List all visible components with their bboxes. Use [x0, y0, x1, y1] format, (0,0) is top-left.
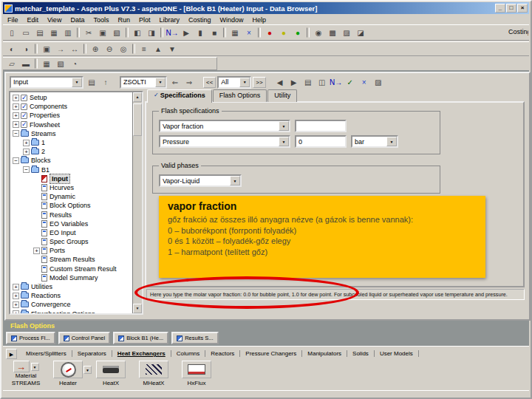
units-set-combo[interactable]: ZSOLTI — [120, 76, 167, 89]
menu-item[interactable]: Costing — [184, 16, 216, 24]
tree-expander-icon[interactable] — [33, 220, 40, 227]
tree-item[interactable]: + Flowsheet — [10, 120, 132, 129]
menu-item[interactable]: Data — [66, 16, 89, 24]
vapor-fraction-input[interactable] — [295, 120, 347, 132]
tree-expander-icon[interactable] — [33, 184, 40, 191]
menu-item[interactable]: Plot — [134, 16, 155, 24]
tree-expander-icon[interactable] — [33, 274, 40, 281]
tree-item[interactable]: + 1 — [10, 138, 132, 147]
align-icon[interactable]: ≡ — [137, 43, 151, 55]
paste-icon[interactable]: ▧ — [110, 27, 123, 38]
tree-item[interactable]: Hcurves — [10, 183, 132, 192]
palette-tab-user-models[interactable]: User Models — [375, 350, 419, 357]
tree-item[interactable]: EO Variables — [10, 219, 132, 228]
next-form-icon[interactable]: ▶ — [287, 76, 301, 88]
close-button[interactable]: × — [517, 4, 528, 13]
menu-item[interactable]: Window — [215, 16, 248, 24]
check-status-icon[interactable]: ✓ — [344, 76, 357, 88]
tab-specifications[interactable]: Specifications — [147, 89, 212, 103]
menu-item[interactable]: Tools — [89, 16, 113, 24]
text-tool-icon[interactable]: ▬ — [19, 58, 33, 69]
sheet-icon[interactable]: ▤ — [85, 76, 98, 88]
section-icon[interactable]: ◨ — [145, 27, 158, 38]
section-display-icon[interactable]: ▧ — [54, 58, 67, 69]
tree-expander-icon[interactable]: + — [13, 103, 19, 110]
tree-scrollbar[interactable] — [132, 92, 142, 313]
menu-item[interactable]: Edit — [23, 16, 44, 24]
tree-item[interactable]: + Flowsheeting Options — [10, 310, 132, 314]
tree-item[interactable]: − B1 — [10, 166, 132, 174]
tree-expander-icon[interactable]: + — [33, 248, 40, 254]
scrollbar-thumb[interactable] — [133, 103, 142, 136]
tree-item[interactable]: Block Options — [10, 201, 132, 210]
refresh-icon[interactable]: ◔ — [68, 58, 81, 69]
tree-item[interactable]: − Blocks — [10, 156, 132, 165]
history-icon[interactable]: ◉ — [312, 27, 325, 38]
status-yellow-icon[interactable]: ● — [277, 27, 290, 38]
data-browser-icon[interactable]: ▩ — [326, 27, 339, 38]
view-parent-icon[interactable]: ▲ — [151, 43, 165, 55]
step-icon[interactable]: ▮ — [194, 27, 207, 38]
costing-icon[interactable]: ◪ — [354, 27, 367, 38]
tree-item[interactable]: + Reactions — [10, 291, 132, 300]
tree-item[interactable]: + Properties — [10, 111, 132, 120]
tree-item[interactable]: Input — [10, 174, 132, 183]
new-icon[interactable]: ▯ — [5, 27, 18, 38]
tree-item[interactable]: Stream Results — [10, 255, 132, 264]
prev-units-icon[interactable]: ⇐ — [168, 76, 182, 88]
zoom-in-icon[interactable]: ⊕ — [89, 43, 102, 55]
tree-expander-icon[interactable]: + — [23, 140, 30, 146]
next-sheets-button[interactable]: >> — [253, 77, 265, 88]
tree-expander-icon[interactable]: − — [13, 130, 19, 137]
tree-item[interactable]: + Utilities — [10, 282, 132, 291]
control-panel-icon[interactable]: ▨ — [340, 27, 353, 38]
tree-item[interactable]: Custom Stream Result — [10, 265, 132, 273]
palette-tab-columns[interactable]: Columns — [171, 350, 206, 357]
tree-expander-icon[interactable] — [33, 211, 40, 218]
status-green-icon[interactable]: ● — [291, 27, 304, 38]
taskbar-control-panel[interactable]: Control Panel — [58, 332, 110, 344]
streams-selector[interactable]: Material STREAMS — [7, 361, 44, 387]
tree-expander-icon[interactable] — [33, 256, 40, 263]
tab-utility[interactable]: Utility — [267, 89, 297, 102]
annotation-icon[interactable]: ▱ — [5, 58, 18, 69]
tree-item[interactable]: Dynamic — [10, 192, 132, 201]
tree-expander-icon[interactable] — [33, 239, 40, 245]
menu-item[interactable]: View — [43, 16, 66, 24]
tree-item[interactable]: + Ports — [10, 246, 132, 255]
taskbar-block-b1[interactable]: Block B1 (He... — [113, 332, 168, 344]
tree-expander-icon[interactable]: − — [13, 157, 19, 164]
scroll-down-icon[interactable] — [133, 304, 142, 313]
open-icon[interactable]: ▭ — [19, 27, 33, 38]
grid-toggle-icon[interactable]: ▦ — [40, 58, 53, 69]
palette-tab-solids[interactable]: Solids — [347, 350, 375, 357]
tree-expander-icon[interactable]: − — [23, 166, 30, 173]
tree-expander-icon[interactable]: + — [13, 121, 19, 128]
palette-tab-reactors[interactable]: Reactors — [205, 350, 240, 357]
insert-block-icon[interactable]: ▣ — [40, 43, 53, 55]
tree-expander-icon[interactable]: + — [13, 112, 19, 119]
run-icon[interactable]: ▶ — [180, 27, 193, 38]
hide-icon[interactable]: ▨ — [372, 76, 385, 88]
tree-item[interactable]: Model Summary — [10, 273, 132, 282]
tree-expander-icon[interactable]: + — [13, 284, 19, 290]
tree-expander-icon[interactable]: + — [13, 301, 19, 308]
status-red-icon[interactable]: ● — [263, 27, 276, 38]
tree-item[interactable]: Results — [10, 210, 132, 219]
next-icon[interactable]: N→ — [166, 27, 179, 38]
palette-scroll-button[interactable] — [6, 349, 17, 359]
palette-tab-separators[interactable]: Separators — [72, 350, 112, 357]
zoom-out-icon[interactable]: ⊖ — [103, 43, 116, 55]
print-preview-icon[interactable]: ▥ — [61, 27, 75, 38]
tree-item[interactable]: + Setup — [10, 93, 132, 102]
next-input-icon[interactable]: N→ — [330, 76, 343, 88]
valid-phases-combo[interactable]: Vapor-Liquid — [159, 174, 242, 187]
pressure-units-combo[interactable]: bar — [351, 135, 398, 148]
palette-tab-pressure-changers[interactable]: Pressure Changers — [240, 350, 302, 357]
menu-item[interactable]: Run — [113, 16, 134, 24]
palette-tab-mixers[interactable]: Mixers/Splitters — [21, 350, 72, 357]
prev-form-icon[interactable]: ◀ — [273, 76, 287, 88]
taskbar-process-flowsheet[interactable]: Process Fl... — [6, 332, 55, 344]
eo-sync-icon[interactable]: ◑ — [19, 43, 33, 55]
scroll-up-icon[interactable] — [133, 92, 142, 102]
